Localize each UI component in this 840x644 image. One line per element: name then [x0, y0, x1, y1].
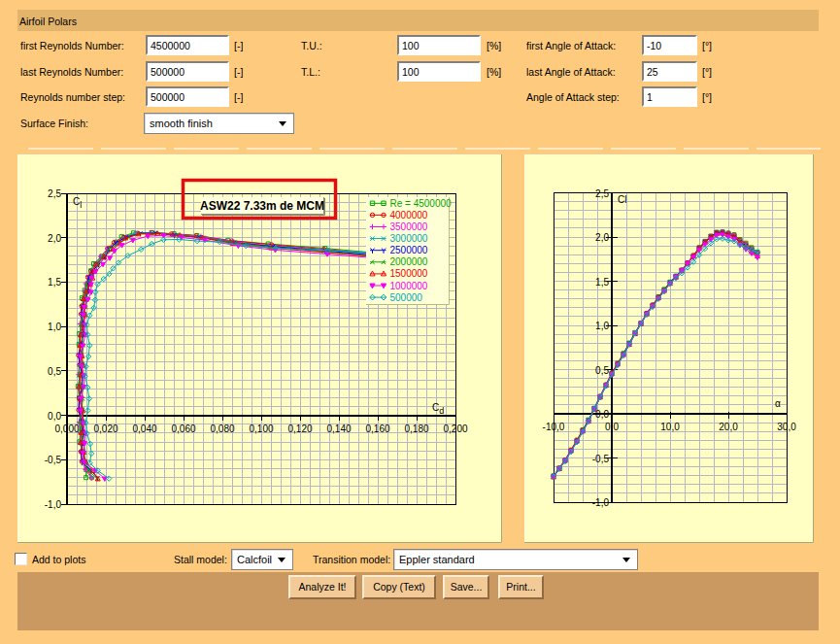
svg-text:3000000: 3000000: [390, 233, 428, 244]
svg-text:-10,0: -10,0: [543, 422, 565, 432]
svg-text:0,080: 0,080: [210, 424, 234, 434]
svg-text:10,0: 10,0: [660, 422, 680, 432]
svg-text:4000000: 4000000: [390, 210, 428, 220]
svg-text:2000000: 2000000: [390, 256, 428, 267]
svg-text:2,0: 2,0: [595, 232, 609, 243]
svg-text:-0,5: -0,5: [592, 454, 610, 464]
svg-text:Re = 4500000: Re = 4500000: [390, 198, 453, 209]
svg-text:0,5: 0,5: [48, 366, 61, 377]
svg-text:1,5: 1,5: [595, 277, 609, 288]
svg-text:0,5: 0,5: [595, 365, 609, 376]
svg-text:2,5: 2,5: [48, 188, 61, 199]
svg-text:0,200: 0,200: [443, 424, 467, 434]
svg-text:0,160: 0,160: [365, 424, 389, 434]
svg-text:0,0: 0,0: [595, 409, 609, 420]
svg-text:2,0: 2,0: [48, 233, 61, 244]
svg-text:0,040: 0,040: [132, 424, 156, 434]
svg-text:20,0: 20,0: [719, 422, 738, 432]
svg-text:0,140: 0,140: [326, 424, 351, 434]
svg-text:1,0: 1,0: [48, 322, 61, 332]
svg-text:1000000: 1000000: [390, 281, 428, 291]
svg-text:3500000: 3500000: [390, 221, 428, 232]
svg-text:2,5: 2,5: [595, 188, 609, 199]
svg-text:0,0: 0,0: [605, 422, 619, 432]
svg-text:2500000: 2500000: [390, 245, 428, 255]
svg-text:30,0: 30,0: [777, 422, 796, 432]
svg-text:-1,0: -1,0: [45, 499, 62, 510]
svg-text:1,0: 1,0: [595, 321, 609, 331]
svg-text:0,0: 0,0: [48, 411, 61, 422]
svg-text:0,100: 0,100: [249, 424, 273, 434]
svg-text:-0,5: -0,5: [45, 455, 62, 465]
svg-text:ASW22 7.33m de MCM: ASW22 7.33m de MCM: [200, 199, 324, 213]
svg-text:1,5: 1,5: [48, 277, 61, 288]
svg-text:0,000: 0,000: [54, 424, 79, 434]
svg-text:0,060: 0,060: [171, 424, 195, 434]
svg-text:-1,0: -1,0: [592, 497, 610, 508]
svg-text:0,020: 0,020: [93, 424, 118, 434]
svg-text:0,180: 0,180: [404, 424, 428, 434]
svg-text:500000: 500000: [390, 292, 423, 303]
svg-text:0,120: 0,120: [287, 424, 312, 434]
svg-text:Cl: Cl: [618, 194, 626, 205]
svg-text:α: α: [775, 398, 781, 409]
svg-text:1500000: 1500000: [390, 268, 428, 279]
